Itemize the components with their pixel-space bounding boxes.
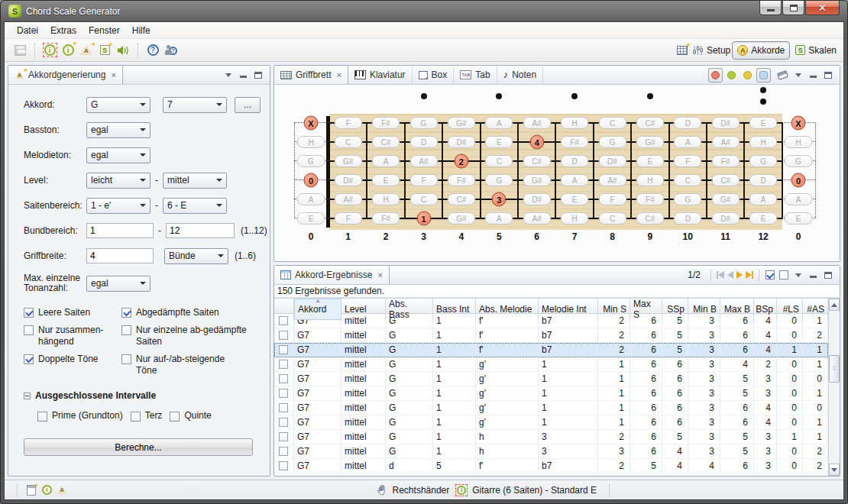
checkbox-unchecked-icon[interactable] (121, 325, 131, 335)
table-row[interactable]: G7mittelG1h336435302 (274, 444, 828, 459)
next-page-button[interactable] (736, 271, 743, 279)
sound-button[interactable] (115, 42, 131, 59)
note-pill[interactable]: A (674, 136, 702, 148)
note-pill[interactable]: G (485, 174, 513, 186)
note-pill[interactable]: G (749, 155, 778, 167)
tab-griffbrett[interactable]: Griffbrett× (274, 66, 348, 84)
note-pill[interactable]: E (372, 174, 400, 186)
view-maximize-icon[interactable] (824, 72, 832, 79)
note-pill[interactable]: F (598, 193, 626, 205)
checkbox-item[interactable]: Nur zusammen-hängend (24, 325, 121, 347)
note-pill[interactable]: C# (447, 193, 475, 205)
note-pill[interactable]: G (409, 117, 438, 129)
table-row[interactable]: G7mittelG1g'116636401 (274, 415, 828, 430)
open-note-pill[interactable]: E (785, 212, 813, 225)
note-pill[interactable]: G# (711, 193, 740, 205)
row-checkbox[interactable] (279, 461, 288, 470)
berechne-button[interactable]: Berechne... (24, 438, 253, 456)
checkbox-unchecked-icon[interactable] (37, 412, 47, 422)
context-help-button[interactable]: ? (163, 42, 180, 59)
open-note-pill[interactable]: G (297, 155, 325, 167)
open-note-pill[interactable]: A (785, 193, 813, 205)
note-pill[interactable]: C (334, 136, 362, 148)
tab-akkordgenerierung[interactable]: A Akkordgenerierung × (8, 66, 123, 84)
checkbox-checked-icon[interactable] (24, 354, 34, 364)
note-pill[interactable]: G (598, 136, 626, 148)
melodieton-select[interactable]: egal (86, 147, 151, 163)
column-header-bsp[interactable]: BSp (754, 299, 777, 320)
column-header--as[interactable]: #AS (803, 299, 828, 320)
note-pill[interactable]: H (372, 193, 400, 205)
note-pill[interactable]: H (749, 136, 778, 148)
tab-akkord-ergebnisse[interactable]: Akkord-Ergebnisse × (274, 266, 390, 284)
checkbox-checked-icon[interactable] (121, 308, 131, 318)
level-to-select[interactable]: mittel (163, 173, 227, 189)
note-pill[interactable]: F (409, 174, 438, 186)
note-pill[interactable]: A# (598, 174, 626, 186)
row-checkbox[interactable] (279, 389, 288, 398)
note-pill[interactable]: A (561, 174, 589, 186)
scrollbar-thumb[interactable] (829, 355, 840, 383)
more-chords-button[interactable]: ... (235, 97, 261, 113)
row-checkbox[interactable] (279, 360, 288, 369)
griffbreite-input[interactable] (86, 248, 154, 263)
basston-select[interactable]: egal (86, 122, 151, 138)
note-pill[interactable]: D (561, 155, 589, 167)
minimize-button[interactable] (759, 1, 782, 15)
column-header-abs-bass[interactable]: Abs. Bass (386, 299, 433, 320)
column-header-melodie-int[interactable]: Melodie Int (539, 299, 598, 320)
interval-checkbox-item[interactable]: Prime (Grundton) (37, 410, 123, 422)
column-header-bass-int[interactable]: Bass Int (433, 299, 476, 320)
checkbox-unchecked-icon[interactable] (24, 325, 34, 335)
note-pill[interactable]: A (485, 117, 513, 129)
fast-view-button[interactable] (24, 483, 39, 498)
checkbox-item[interactable]: Leere Saiten (24, 307, 121, 318)
scroll-down-button[interactable] (829, 464, 840, 476)
last-page-button[interactable] (746, 271, 753, 279)
menu-extras[interactable]: Extras (44, 24, 83, 37)
note-pill[interactable]: A (372, 155, 400, 167)
saiten-to-select[interactable]: 6 - E (163, 198, 227, 214)
blue-marker-tool-button[interactable] (756, 68, 771, 82)
note-pill[interactable]: D# (523, 193, 551, 205)
checkbox-item[interactable]: Nur einzelne ab-gedämpfte Saiten (121, 325, 255, 347)
note-pill[interactable]: D (674, 212, 702, 225)
table-row[interactable]: G7mittelG1g'116634201 (274, 357, 828, 372)
note-pill[interactable]: H (561, 117, 589, 129)
interval-checkbox-item[interactable]: Quinte (170, 410, 211, 422)
muted-string-marker[interactable]: X (791, 116, 806, 131)
table-row[interactable]: G7mittelG1f'b726536411 (274, 343, 828, 357)
row-checkbox[interactable] (279, 403, 288, 412)
view-menu-icon[interactable] (795, 273, 801, 277)
note-pill[interactable]: A (749, 193, 778, 205)
yellow-marker-tool-button[interactable] (740, 68, 755, 82)
row-checkbox[interactable] (279, 447, 288, 456)
note-pill[interactable]: F (334, 212, 362, 225)
note-pill[interactable]: D# (711, 212, 740, 225)
note-pill[interactable]: F# (636, 193, 664, 205)
level-from-select[interactable]: leicht (86, 173, 151, 189)
row-checkbox[interactable] (279, 331, 288, 340)
finger-marker[interactable]: 2 (454, 154, 468, 169)
note-pill[interactable]: F# (372, 117, 400, 129)
note-pill[interactable]: C (598, 117, 626, 129)
current-instrument-button[interactable]: i (41, 42, 58, 59)
new-scale-button[interactable]: S (96, 42, 113, 59)
column-header-akkord[interactable]: Akkord (294, 299, 341, 320)
finger-marker[interactable]: 1 (416, 212, 431, 226)
view-menu-icon[interactable] (225, 73, 231, 77)
checkbox-item[interactable]: Doppelte Töne (24, 354, 121, 376)
note-pill[interactable]: H (561, 212, 589, 225)
note-pill[interactable]: A# (523, 212, 551, 225)
table-row[interactable]: G7mittelG1g'116635300 (274, 372, 828, 386)
table-row[interactable]: G7mittelG1g'116636400 (274, 401, 828, 415)
finger-marker[interactable]: 3 (492, 192, 507, 207)
skalen-button[interactable]: S Skalen (795, 42, 837, 59)
griffbreite-unit-select[interactable]: Bünde (164, 248, 228, 264)
view-maximize-icon[interactable] (254, 72, 262, 79)
checkbox-unchecked-icon[interactable] (121, 354, 131, 364)
note-pill[interactable]: C (485, 155, 513, 167)
handedness-status[interactable]: Rechtshänder (377, 484, 450, 496)
note-pill[interactable]: D# (334, 174, 362, 186)
akkord-root-select[interactable]: G (86, 97, 151, 113)
